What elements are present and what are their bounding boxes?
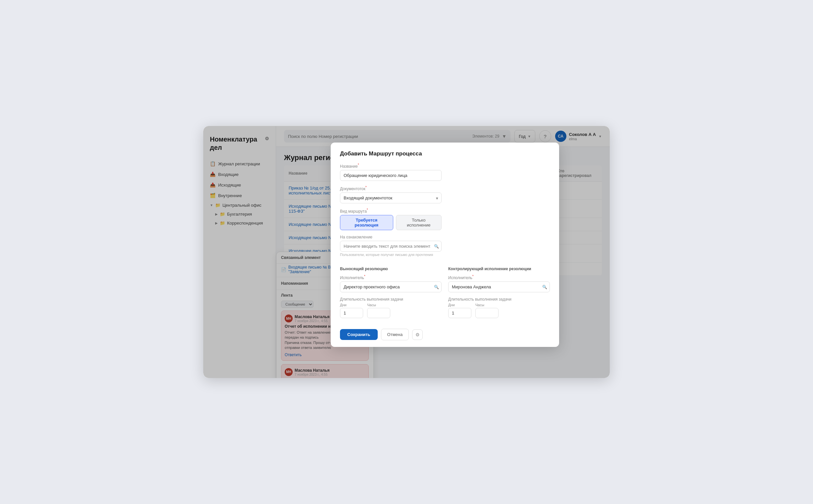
control-hours-input[interactable]: [475, 308, 498, 318]
modal-footer: Сохранить Отмена ⚙: [340, 329, 550, 340]
resolution-performer-input[interactable]: [340, 281, 442, 292]
name-field[interactable]: [340, 170, 442, 181]
resolution-hours-label: Часы: [367, 303, 390, 307]
cancel-button[interactable]: Отмена: [381, 329, 409, 340]
acquaint-hint: Пользователи, которые получат письмо для…: [340, 253, 442, 257]
control-hours-label: Часы: [475, 303, 498, 307]
save-button[interactable]: Сохранить: [340, 329, 378, 340]
docflow-field-label: Документоток*: [340, 186, 442, 191]
modal-process-route: Добавить Маршрут процесса Название* Доку…: [331, 143, 559, 347]
acquaint-label: На ознакомление: [340, 235, 442, 239]
acquaint-input[interactable]: [340, 241, 442, 252]
route-type-resolution-btn[interactable]: Требуется резолюция: [340, 215, 393, 230]
control-performer-input[interactable]: [448, 281, 550, 292]
modal-settings-button[interactable]: ⚙: [412, 329, 423, 340]
resolution-performer-label: Исполнитель*: [340, 274, 442, 280]
resolution-days-input[interactable]: [340, 308, 363, 318]
name-field-label: Название*: [340, 163, 442, 169]
control-days-label: Дни: [448, 303, 471, 307]
control-duration-label: Длительность выполнения задачи: [448, 297, 550, 302]
resolution-hours-input[interactable]: [367, 308, 390, 318]
resolution-days-label: Дни: [340, 303, 363, 307]
overlay-container: 🔵 Система 8 июня 2023 г., 20:19 Поставле…: [203, 126, 610, 378]
route-type-execution-btn[interactable]: Только исполнение: [396, 215, 442, 230]
control-performer-label: Исполнитель*: [448, 274, 550, 280]
control-days-input[interactable]: [448, 308, 471, 318]
resolution-duration-label: Длительность выполнения задачи: [340, 297, 442, 302]
docflow-select[interactable]: Входящий документоток: [340, 192, 442, 203]
resolution-section-label: Выносящий резолюцию: [340, 267, 442, 271]
route-type-label: Вид маршрута*: [340, 208, 442, 214]
modal-title: Добавить Маршрут процесса: [340, 150, 550, 157]
control-section-label: Контролирующий исполнение резолюции: [448, 267, 550, 271]
